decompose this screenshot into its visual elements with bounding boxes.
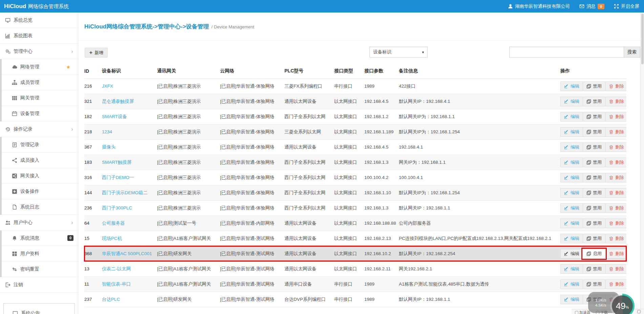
edit-button[interactable]: 编辑 xyxy=(560,203,583,213)
device-link[interactable]: 华辰智通AC 500PLC001 xyxy=(102,251,152,256)
toggle-enable-button[interactable]: 禁用 xyxy=(583,203,605,213)
edit-button[interactable]: 编辑 xyxy=(560,97,583,106)
toggle-enable-button[interactable]: 禁用 xyxy=(583,142,605,152)
toggle-enable-button[interactable]: 启用 xyxy=(583,249,605,259)
edit-button[interactable]: 编辑 xyxy=(560,295,583,304)
delete-button[interactable]: 删除 xyxy=(605,264,626,274)
users-icon xyxy=(5,220,10,225)
sidebar-item-system-messages[interactable]: 系统消息 0 xyxy=(2,230,78,246)
toggle-enable-button[interactable]: 禁用 xyxy=(583,219,605,228)
edit-button[interactable]: 编辑 xyxy=(560,279,583,289)
delete-button[interactable]: 删除 xyxy=(605,112,626,121)
device-link[interactable]: 台达PLC xyxy=(102,297,120,302)
expand-icon xyxy=(614,4,619,9)
toggle-enable-button[interactable]: 禁用 xyxy=(583,112,605,121)
delete-button[interactable]: 删除 xyxy=(605,82,626,91)
sidebar-item-user-profile[interactable]: 用户资料 xyxy=(2,246,78,262)
sidebar-item-user-center[interactable]: 用户中心 › xyxy=(0,215,78,230)
sidebar-item-network-management[interactable]: 网络管理 ★ xyxy=(2,59,78,75)
cell-actions: 编辑 禁用 删除 xyxy=(560,231,626,246)
toggle-enable-button[interactable]: 禁用 xyxy=(583,264,605,274)
toggle-enable-button[interactable]: 禁用 xyxy=(583,234,605,243)
delete-button[interactable]: 删除 xyxy=(605,219,626,228)
filter-field-select[interactable]: 设备标识 ▾ xyxy=(369,47,428,58)
edit-button[interactable]: 编辑 xyxy=(560,112,583,121)
sidebar-item-operation-records[interactable]: 操作记录 › xyxy=(0,121,78,137)
column-header-id: ID xyxy=(84,64,102,78)
sidebar-item-system-overview[interactable]: 系统总览 xyxy=(0,13,78,28)
sidebar-item-device-management[interactable]: 设备管理 xyxy=(2,106,78,121)
device-link[interactable]: JXFX xyxy=(102,84,113,89)
delete-button[interactable]: 删除 xyxy=(605,158,626,167)
cell-interface-type: 以太网接口 xyxy=(334,155,364,170)
device-link[interactable]: SMART设备 xyxy=(102,114,127,119)
delete-button[interactable]: 删除 xyxy=(605,249,626,259)
edit-button[interactable]: 编辑 xyxy=(560,158,583,167)
device-link[interactable]: SMART触摸屏 xyxy=(102,160,132,165)
fullscreen-button[interactable]: 开启全屏 xyxy=(614,3,639,9)
toggle-enable-button[interactable]: 禁用 xyxy=(583,97,605,106)
column-header-remark: 备注信息 xyxy=(399,64,560,78)
sidebar-item-management-records[interactable]: 管理记录 xyxy=(2,137,78,153)
edit-button[interactable]: 编辑 xyxy=(560,142,583,152)
cell-remark: 公司内部服务器 xyxy=(399,216,560,231)
sidebar-item-logout[interactable]: 注销 xyxy=(0,277,78,293)
search-button[interactable]: 搜索 xyxy=(624,47,640,57)
delete-button[interactable]: 删除 xyxy=(605,234,626,243)
edit-button[interactable]: 编辑 xyxy=(560,219,583,228)
delete-button[interactable]: 删除 xyxy=(605,279,626,289)
add-device-button[interactable]: 新增 xyxy=(85,48,108,58)
sidebar-item-system-announcement[interactable]: 系统公告 xyxy=(3,303,75,314)
device-link[interactable]: 西门子DEMO一 xyxy=(102,175,134,180)
device-link[interactable]: 现场PC机 xyxy=(102,236,122,241)
device-link[interactable]: 智能仪表-串口 xyxy=(102,282,131,287)
edit-button[interactable]: 编辑 xyxy=(560,234,583,243)
device-link[interactable]: 仪表二-以太网 xyxy=(102,266,131,271)
sidebar-item-password-reset[interactable]: 密码重置 xyxy=(2,262,78,277)
sidebar-item-system-logs[interactable]: 系统日志 xyxy=(2,199,78,215)
sidebar-item-gateway-management[interactable]: 网关管理 xyxy=(2,90,78,106)
chevron-right-icon: › xyxy=(71,48,73,54)
toggle-enable-button[interactable]: 禁用 xyxy=(583,279,605,289)
vertical-scrollbar[interactable] xyxy=(640,13,644,314)
cell-plc-model: 台达DVP系列编程口 xyxy=(284,292,334,307)
edit-button[interactable]: 编辑 xyxy=(560,188,583,198)
cell-actions: 编辑 禁用 删除 xyxy=(560,261,626,276)
device-link[interactable]: 昆仑通泰触摸屏 xyxy=(102,99,134,104)
sidebar-item-member-access[interactable]: 成员接入 xyxy=(2,153,78,168)
accelerator-item[interactable]: 加速器 xyxy=(575,310,591,314)
device-link[interactable]: 西门子演示DEMO箱二 xyxy=(102,190,148,195)
delete-button[interactable]: 删除 xyxy=(605,188,626,198)
device-link[interactable]: 摄像头 xyxy=(102,144,116,150)
messages-menu[interactable]: 消息 0 xyxy=(579,3,604,9)
sidebar-item-system-charts[interactable]: 系统图表 xyxy=(0,28,78,44)
edit-button[interactable]: 编辑 xyxy=(560,264,583,274)
device-link[interactable]: 1234 xyxy=(102,129,112,134)
search-input[interactable] xyxy=(510,47,624,57)
sidebar-item-management-center[interactable]: 管理中心 › xyxy=(0,44,78,59)
sidebar-item-member-management[interactable]: 成员管理 xyxy=(2,75,78,90)
company-menu[interactable]: 湖南华辰智通科技有限公司 xyxy=(508,3,570,9)
scrollbar-thumb[interactable] xyxy=(641,14,644,64)
management-center-submenu: 网络管理 ★ 成员管理 网关管理 设备管理 xyxy=(0,59,78,121)
delete-button[interactable]: 删除 xyxy=(605,173,626,182)
toggle-enable-button[interactable]: 禁用 xyxy=(583,82,605,91)
toggle-enable-button[interactable]: 禁用 xyxy=(583,158,605,167)
sidebar-item-gateway-access[interactable]: 网关接入 xyxy=(2,168,78,184)
edit-button[interactable]: 编辑 xyxy=(560,127,583,137)
toggle-enable-button[interactable]: 禁用 xyxy=(583,173,605,182)
delete-button[interactable]: 删除 xyxy=(605,97,626,106)
device-link[interactable]: 公司服务器 xyxy=(102,221,125,226)
sidebar-item-device-operations[interactable]: 设备操作 xyxy=(2,184,78,199)
strip-tool-icon[interactable] xyxy=(637,310,641,313)
toggle-enable-button[interactable]: 禁用 xyxy=(583,127,605,137)
toggle-enable-button[interactable]: 禁用 xyxy=(583,188,605,198)
edit-button[interactable]: 编辑 xyxy=(560,82,583,91)
pencil-icon xyxy=(564,175,569,180)
edit-button[interactable]: 编辑 xyxy=(560,173,583,182)
device-link[interactable]: 西门子300PLC xyxy=(102,205,132,210)
delete-button[interactable]: 删除 xyxy=(605,127,626,137)
delete-button[interactable]: 删除 xyxy=(605,203,626,213)
delete-button[interactable]: 删除 xyxy=(605,142,626,152)
edit-button[interactable]: 编辑 xyxy=(560,249,583,259)
